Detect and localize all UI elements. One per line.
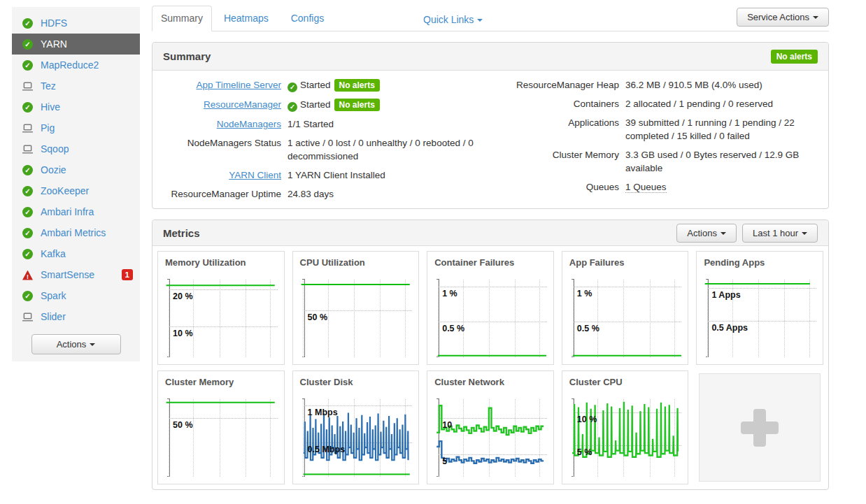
axis-tick-label: 50 % (173, 420, 193, 430)
yarn-client-link[interactable]: YARN Client (152, 168, 288, 182)
metric-tile-pending-apps[interactable]: Pending Apps1 Apps0.5 Apps (696, 251, 823, 365)
sidebar-item-slider[interactable]: Slider (12, 306, 140, 327)
metric-chart: 1 %0.5 % (434, 278, 548, 357)
sidebar-item-pig[interactable]: Pig (12, 117, 140, 138)
tab-summary[interactable]: Summary (152, 6, 212, 31)
axis-tick-label: 1 Mbps (308, 408, 338, 417)
applications-label: Applications (490, 116, 625, 143)
summary-panel-header: Summary No alerts (152, 43, 828, 71)
sidebar-actions-button[interactable]: Actions (31, 334, 121, 354)
summary-value-text: 39 submitted / 1 running / 1 pending / 2… (625, 117, 795, 141)
quick-links-dropdown[interactable]: Quick Links (423, 14, 483, 25)
axis-tick-label: 5 % (577, 447, 592, 457)
nodemanagers-link[interactable]: NodeManagers (152, 117, 288, 131)
client-icon (22, 81, 33, 92)
add-widget-tile[interactable] (699, 373, 821, 482)
summary-value-text: 2 allocated / 1 pending / 0 reserved (625, 99, 773, 109)
axis-tick-label: 0.5 % (577, 324, 599, 333)
alert-warning-icon: ! (22, 271, 33, 280)
sidebar-item-ambari-metrics[interactable]: ✓Ambari Metrics (12, 222, 140, 243)
summary-value-text: 1 active / 0 lost / 0 unhealthy / 0 rebo… (288, 138, 474, 161)
metric-tile-container-failures[interactable]: Container Failures1 %0.5 % (427, 251, 554, 365)
sidebar-item-label: Ambari Metrics (41, 227, 106, 238)
containers-label: Containers (490, 97, 625, 110)
summary-value: 2 allocated / 1 pending / 0 reserved (625, 97, 828, 110)
metrics-time-range-button[interactable]: Last 1 hour (742, 224, 818, 243)
axis-tick-label: 1 Apps (711, 290, 740, 300)
sidebar-item-label: SmartSense (41, 269, 94, 280)
metric-tile-cpu-utilization[interactable]: CPU Utilization50 % (292, 251, 420, 365)
sidebar-item-spark[interactable]: ✓Spark (12, 285, 140, 306)
chart-series (165, 278, 278, 357)
metrics-actions-button[interactable]: Actions (676, 224, 737, 243)
sidebar-item-hdfs[interactable]: ✓HDFS (12, 13, 140, 34)
caret-down-icon (813, 16, 818, 19)
metric-tile-title: Cluster Disk (300, 377, 412, 387)
metrics-tile-grid: Memory Utilization20 %10 %CPU Utilizatio… (152, 246, 828, 489)
resourcemanager-link[interactable]: ResourceManager (152, 98, 288, 112)
metric-tile-cluster-cpu[interactable]: Cluster CPU10 %5 % (562, 370, 689, 484)
axis-tick-label: 10 % (577, 415, 597, 424)
sidebar-item-hive[interactable]: ✓Hive (12, 96, 140, 117)
axis-tick-label: 1 % (442, 289, 457, 298)
plus-icon (741, 409, 779, 447)
sidebar-item-yarn[interactable]: ✓YARN (12, 34, 140, 55)
metrics-panel: Metrics Actions Last 1 hour Memory Utili… (152, 219, 829, 490)
metric-tile-cluster-network[interactable]: Cluster Network105 (427, 370, 554, 484)
sidebar-item-label: Slider (41, 311, 66, 322)
sidebar-item-label: Oozie (41, 164, 66, 175)
alert-count-badge: 1 (122, 269, 133, 280)
axis-tick-label: 50 % (308, 312, 328, 322)
sidebar-item-smartsense[interactable]: !SmartSense1 (12, 264, 140, 285)
service-tabbar: SummaryHeatmapsConfigs Quick Links Servi… (152, 0, 829, 31)
summary-row: NodeManagers1/1 Started (152, 115, 490, 134)
summary-row: ResourceManager✓StartedNo alerts (152, 95, 490, 115)
metric-chart: 20 %10 % (165, 278, 278, 357)
client-icon (22, 144, 33, 154)
cluster-memory-label: Cluster Memory (490, 148, 625, 175)
sidebar-item-label: Pig (41, 122, 55, 134)
sidebar-item-sqoop[interactable]: Sqoop (12, 138, 140, 159)
metric-tile-title: CPU Utilization (300, 257, 412, 268)
metric-tile-app-failures[interactable]: App Failures1 %0.5 % (562, 251, 689, 365)
summary-value: 3.3 GB used / 0 Bytes reserved / 12.9 GB… (625, 148, 828, 175)
summary-row: YARN Client1 YARN Client Installed (152, 166, 490, 185)
metric-tile-cluster-memory[interactable]: Cluster Memory50 % (157, 370, 285, 484)
tab-heatmaps[interactable]: Heatmaps (213, 6, 279, 31)
service-actions-button[interactable]: Service Actions (737, 8, 829, 27)
metric-tile-memory-utilization[interactable]: Memory Utilization20 %10 % (157, 251, 285, 365)
summary-value-text[interactable]: 1 Queues (625, 182, 667, 193)
tab-configs[interactable]: Configs (281, 6, 334, 31)
status-started-icon: ✓ (288, 82, 297, 92)
chart-series (165, 398, 278, 477)
status-ok-icon: ✓ (22, 18, 33, 29)
axis-tick-label: 20 % (173, 291, 193, 301)
app-timeline-server-link[interactable]: App Timeline Server (152, 78, 288, 92)
sidebar-item-label: Hive (41, 101, 60, 113)
summary-panel: Summary No alerts App Timeline Server✓St… (152, 42, 829, 209)
sidebar-item-ambari-infra[interactable]: ✓Ambari Infra (12, 201, 140, 222)
status-ok-icon: ✓ (22, 207, 33, 217)
queues-label: Queues (490, 180, 625, 194)
nodemanagers-status-label: NodeManagers Status (152, 136, 288, 163)
metric-tile-cluster-disk[interactable]: Cluster Disk1 Mbps0.5 Mbps (292, 370, 420, 484)
sidebar-item-tez[interactable]: Tez (12, 75, 140, 96)
caret-down-icon (721, 232, 726, 235)
chart-series (434, 398, 548, 477)
summary-row: NodeManagers Status1 active / 0 lost / 0… (152, 134, 490, 166)
summary-value-text: 1 YARN Client Installed (288, 170, 385, 180)
status-ok-icon: ✓ (22, 186, 33, 196)
sidebar-item-kafka[interactable]: ✓Kafka (12, 243, 140, 264)
sidebar-item-label: Ambari Infra (41, 206, 94, 217)
sidebar-item-zookeeper[interactable]: ✓ZooKeeper (12, 180, 140, 201)
sidebar-item-mapreduce2[interactable]: ✓MapReduce2 (12, 55, 140, 75)
axis-tick-label: 0.5 Mbps (308, 445, 346, 454)
sidebar-item-label: Spark (41, 290, 66, 301)
summary-row: Containers2 allocated / 1 pending / 0 re… (490, 94, 828, 113)
metrics-panel-header: Metrics Actions Last 1 hour (152, 220, 828, 246)
summary-value-text: 24.83 days (288, 189, 334, 199)
status-ok-icon: ✓ (22, 60, 33, 71)
sidebar-item-oozie[interactable]: ✓Oozie (12, 159, 140, 180)
status-ok-icon: ✓ (22, 102, 33, 113)
status-ok-icon: ✓ (22, 165, 33, 175)
